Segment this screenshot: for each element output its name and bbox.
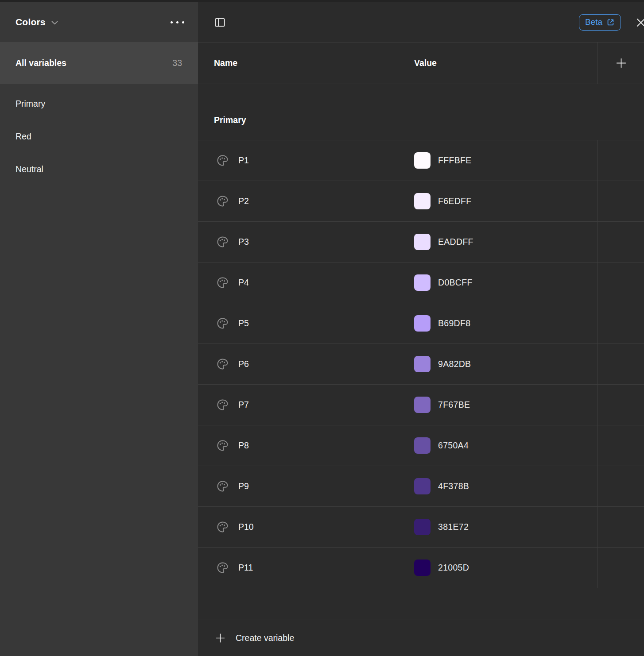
sidebar-item-neutral[interactable]: Neutral	[0, 153, 198, 185]
table-row[interactable]: P3 EADDFF	[198, 221, 644, 262]
table-row[interactable]: P2 F6EDFF	[198, 181, 644, 221]
color-swatch[interactable]	[414, 315, 431, 332]
row-trailing-cell	[598, 303, 644, 343]
group-label: Red	[16, 131, 31, 142]
variable-name: P10	[238, 522, 254, 532]
palette-icon	[216, 480, 229, 493]
variable-hex: 9A82DB	[438, 359, 471, 369]
variables-table-panel: Beta	[198, 2, 644, 656]
plus-icon	[215, 633, 226, 644]
group-section-header: Primary	[198, 84, 644, 140]
color-swatch[interactable]	[414, 519, 431, 535]
variable-value-cell[interactable]: 381E72	[398, 506, 598, 547]
variable-value-cell[interactable]: D0BCFF	[398, 262, 598, 303]
color-swatch[interactable]	[414, 193, 431, 209]
variable-name-cell[interactable]: P1	[198, 140, 398, 181]
variable-name: P7	[238, 400, 249, 410]
variable-groups-list: PrimaryRedNeutral	[0, 84, 198, 185]
variable-value-cell[interactable]: 21005D	[398, 547, 598, 588]
variable-value-cell[interactable]: F6EDFF	[398, 181, 598, 221]
color-swatch[interactable]	[414, 560, 431, 576]
variable-name-cell[interactable]: P9	[198, 466, 398, 506]
variable-value-cell[interactable]: 7F67BE	[398, 384, 598, 425]
variable-name-cell[interactable]: P11	[198, 547, 398, 588]
row-trailing-cell	[598, 140, 644, 181]
table-row[interactable]: P5 B69DF8	[198, 303, 644, 343]
variable-value-cell[interactable]: 6750A4	[398, 425, 598, 466]
color-swatch[interactable]	[414, 437, 431, 454]
ellipsis-icon	[171, 21, 173, 23]
variable-name-cell[interactable]: P10	[198, 506, 398, 547]
sidebar-item-red[interactable]: Red	[0, 120, 198, 153]
color-swatch[interactable]	[414, 397, 431, 413]
variable-hex: D0BCFF	[438, 278, 473, 288]
color-swatch[interactable]	[414, 152, 431, 169]
color-swatch[interactable]	[414, 478, 431, 494]
beta-badge[interactable]: Beta	[579, 14, 621, 31]
collection-title: Colors	[16, 17, 46, 27]
table-row[interactable]: P10 381E72	[198, 506, 644, 547]
all-variables-label: All variables	[16, 58, 66, 68]
variable-name-cell[interactable]: P4	[198, 262, 398, 303]
sidebar-item-primary[interactable]: Primary	[0, 87, 198, 120]
add-mode-button[interactable]	[598, 42, 644, 84]
table-row[interactable]: P4 D0BCFF	[198, 262, 644, 303]
table-row[interactable]: P6 9A82DB	[198, 343, 644, 384]
variable-value-cell[interactable]: B69DF8	[398, 303, 598, 343]
variable-hex: 21005D	[438, 563, 469, 573]
variable-value-cell[interactable]: 4F378B	[398, 466, 598, 506]
table-row[interactable]: P11 21005D	[198, 547, 644, 588]
variable-name-cell[interactable]: P7	[198, 384, 398, 425]
table-header: Name Value	[198, 42, 644, 84]
variable-name-cell[interactable]: P3	[198, 221, 398, 262]
variable-name-cell[interactable]: P6	[198, 343, 398, 384]
close-button[interactable]	[634, 16, 644, 29]
palette-icon	[216, 521, 229, 533]
variable-hex: F6EDFF	[438, 196, 471, 206]
palette-icon	[216, 358, 229, 370]
all-variables-count: 33	[172, 58, 182, 68]
palette-icon	[216, 195, 229, 208]
table-row[interactable]: P1 FFFBFE	[198, 140, 644, 181]
color-swatch[interactable]	[414, 356, 431, 372]
variable-value-cell[interactable]: EADDFF	[398, 221, 598, 262]
group-section-label: Primary	[214, 115, 246, 125]
panel-toolbar: Beta	[198, 2, 644, 42]
color-swatch[interactable]	[414, 234, 431, 250]
palette-icon	[216, 439, 229, 452]
row-trailing-cell	[598, 221, 644, 262]
color-swatch[interactable]	[414, 274, 431, 291]
table-row[interactable]: P7 7F67BE	[198, 384, 644, 425]
collection-menu-button[interactable]	[170, 19, 185, 26]
variable-name-cell[interactable]: P8	[198, 425, 398, 466]
row-trailing-cell	[598, 466, 644, 506]
table-row[interactable]: P8 6750A4	[198, 425, 644, 466]
variable-hex: 4F378B	[438, 481, 469, 491]
variable-value-cell[interactable]: FFFBFE	[398, 140, 598, 181]
row-trailing-cell	[598, 384, 644, 425]
palette-icon	[216, 154, 229, 167]
variable-name-cell[interactable]: P5	[198, 303, 398, 343]
variable-name: P8	[238, 440, 249, 451]
variable-name-cell[interactable]: P2	[198, 181, 398, 221]
palette-icon	[216, 317, 229, 330]
collections-sidebar: Colors All variables 33 PrimaryR	[0, 2, 198, 656]
palette-icon	[216, 235, 229, 248]
toggle-sidebar-button[interactable]	[214, 16, 226, 28]
sidebar-header: Colors	[0, 2, 198, 42]
external-link-icon	[606, 18, 615, 27]
variable-name: P4	[238, 278, 249, 288]
collection-switcher[interactable]: Colors	[16, 17, 58, 27]
name-column-header: Name	[198, 42, 398, 84]
table-row[interactable]: P9 4F378B	[198, 466, 644, 506]
variable-hex: 6750A4	[438, 440, 469, 451]
plus-icon	[615, 57, 627, 69]
variable-value-cell[interactable]: 9A82DB	[398, 343, 598, 384]
chevron-down-icon	[51, 21, 58, 25]
beta-label: Beta	[585, 17, 602, 27]
variable-name: P11	[238, 563, 253, 573]
sidebar-item-all-variables[interactable]: All variables 33	[0, 42, 198, 84]
create-variable-button[interactable]: Create variable	[198, 620, 644, 656]
row-trailing-cell	[598, 343, 644, 384]
variable-name: P2	[238, 196, 249, 206]
